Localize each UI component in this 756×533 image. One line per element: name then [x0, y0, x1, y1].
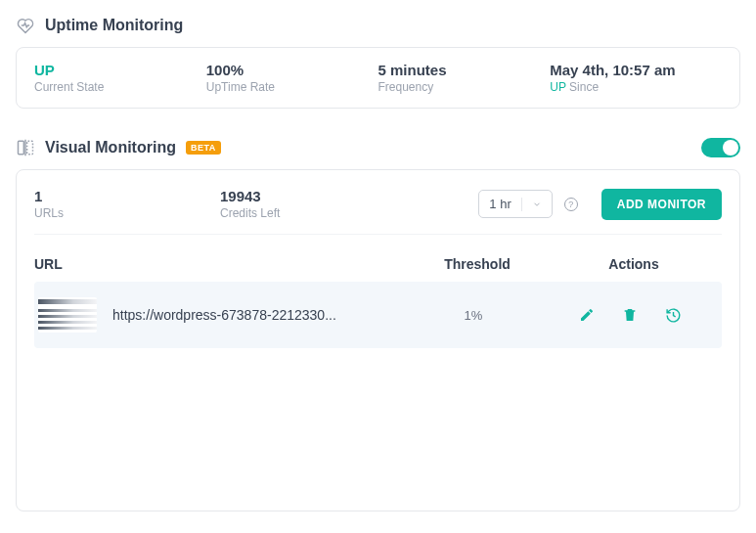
uptime-rate-label: UpTime Rate: [206, 80, 378, 94]
history-icon[interactable]: [665, 307, 682, 324]
uptime-state-label: Current State: [34, 80, 206, 94]
visual-toggle[interactable]: [701, 138, 740, 157]
urls-metric: 1 URLs: [34, 188, 220, 220]
credits-metric: 19943 Credits Left: [220, 188, 406, 220]
beta-badge: BETA: [186, 141, 221, 155]
svg-rect-0: [19, 141, 24, 154]
uptime-since-value: May 4th, 10:57 am: [550, 62, 722, 78]
uptime-rate-metric: 100% UpTime Rate: [206, 62, 378, 94]
monitor-table-header: URL Threshold Actions: [34, 248, 722, 282]
interval-value: 1 hr: [489, 197, 511, 211]
uptime-frequency-value: 5 minutes: [378, 62, 551, 78]
uptime-state-metric: UP Current State: [34, 62, 206, 94]
edit-icon[interactable]: [579, 307, 595, 324]
uptime-since-label: UP Since: [550, 80, 722, 94]
credits-value: 19943: [220, 188, 406, 204]
visual-title: Visual Monitoring: [45, 139, 176, 156]
trash-icon[interactable]: [622, 307, 638, 324]
add-monitor-button[interactable]: ADD MONITOR: [601, 189, 722, 220]
uptime-frequency-metric: 5 minutes Frequency: [378, 62, 551, 94]
uptime-rate-value: 100%: [206, 62, 378, 78]
uptime-card: UP Current State 100% UpTime Rate 5 minu…: [16, 47, 740, 109]
chevron-down-icon: [532, 200, 542, 209]
uptime-state-value: UP: [34, 62, 206, 78]
url-text: https://wordpress-673878-2212330...: [112, 307, 336, 323]
urls-label: URLs: [34, 206, 220, 220]
uptime-since-metric: May 4th, 10:57 am UP Since: [550, 62, 722, 94]
col-header-actions: Actions: [546, 256, 722, 272]
urls-count: 1: [34, 188, 220, 204]
uptime-title: Uptime Monitoring: [45, 17, 183, 34]
compare-icon: [16, 138, 35, 157]
uptime-section-header: Uptime Monitoring: [16, 16, 740, 35]
col-header-url: URL: [34, 256, 409, 272]
svg-rect-1: [27, 141, 33, 154]
heart-pulse-icon: [16, 16, 35, 35]
visual-section-header: Visual Monitoring BETA: [16, 138, 740, 157]
uptime-frequency-label: Frequency: [378, 80, 551, 94]
threshold-value: 1%: [405, 308, 542, 323]
credits-label: Credits Left: [220, 206, 406, 220]
interval-select[interactable]: 1 hr: [478, 190, 552, 218]
help-icon[interactable]: ?: [564, 198, 578, 211]
table-row: https://wordpress-673878-2212330... 1%: [34, 282, 722, 348]
select-divider: [521, 198, 522, 211]
toggle-knob: [723, 140, 738, 155]
col-header-threshold: Threshold: [409, 256, 546, 272]
url-thumbnail[interactable]: [38, 297, 97, 333]
visual-card: 1 URLs 19943 Credits Left 1 hr ? ADD MON…: [16, 169, 740, 511]
visual-top-bar: 1 URLs 19943 Credits Left 1 hr ? ADD MON…: [34, 188, 722, 235]
